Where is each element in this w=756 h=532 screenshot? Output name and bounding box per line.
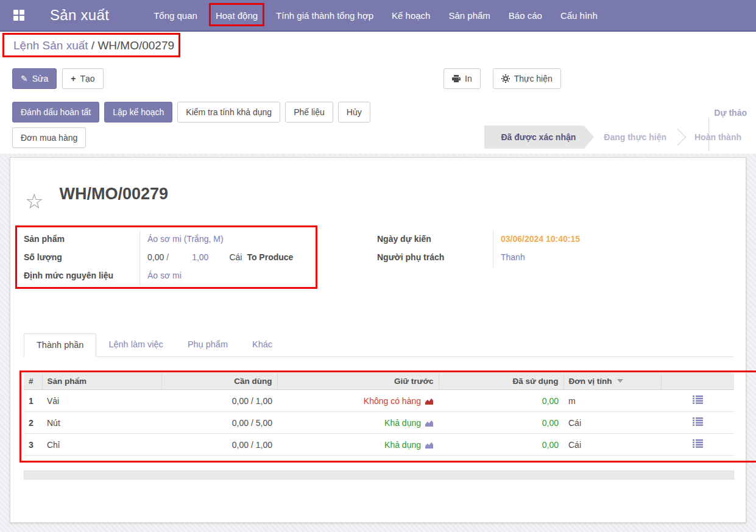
quantity-separator: / [166, 252, 169, 262]
quantity-produced: 0,00 [147, 252, 164, 262]
row-reserved: Khả dụng [277, 412, 439, 434]
edit-create-row: ✎ Sửa + Tạo [12, 68, 104, 89]
cancel-button[interactable]: Hủy [338, 102, 370, 122]
field-responsible-value[interactable]: Thanh [501, 252, 525, 262]
form-view-background: ☆ WH/MO/00279 Sản phẩm Áo sơ mi (Trắng, … [0, 154, 756, 532]
nav-menu: Tổng quan Hoạt động Tính giá thành tổng … [144, 1, 607, 30]
favorite-star-icon[interactable]: ☆ [25, 191, 43, 211]
field-scheduled-date-value: 03/06/2024 10:40:15 [501, 234, 580, 244]
row-reserved: Khả dụng [277, 434, 439, 456]
check-availability-button[interactable]: Kiểm tra tính khả dụng [177, 102, 280, 122]
plan-button[interactable]: Lập kế hoạch [104, 102, 172, 122]
row-consumed: 0,00 [439, 434, 563, 456]
empty-footer-bar [24, 470, 734, 480]
purchase-orders-button[interactable]: Đơn mua hàng [12, 127, 86, 148]
tab-lenh-lam-viec[interactable]: Lệnh làm việc [96, 333, 175, 356]
quantity-planned[interactable]: 1,00 [192, 252, 208, 262]
field-scheduled-date-label: Ngày dự kiến [377, 231, 493, 249]
nav-item-tong-quan[interactable]: Tổng quan [144, 1, 207, 30]
row-index: 3 [24, 434, 42, 456]
apps-grid-icon[interactable] [13, 10, 24, 21]
field-product-label: Sản phẩm [24, 231, 140, 249]
forecast-chart-icon[interactable] [425, 419, 434, 427]
nav-item-tinh-gia-thanh[interactable]: Tính giá thành tổng hợp [267, 1, 383, 30]
field-groups: Sản phẩm Áo sơ mi (Trắng, M) Số lượng 0,… [24, 231, 733, 305]
move-lines-list-icon[interactable] [693, 439, 703, 450]
tab-thanh-phan[interactable]: Thành phần [24, 333, 96, 357]
nav-item-bao-cao[interactable]: Báo cáo [500, 1, 551, 30]
col-header-consumed[interactable]: Đã sử dụng [439, 373, 563, 390]
row-consumed: 0,00 [439, 412, 563, 434]
field-group-right: Ngày dự kiến 03/06/2024 10:40:15 Người p… [377, 231, 718, 268]
tab-phu-pham[interactable]: Phụ phẩm [175, 333, 240, 356]
forecast-chart-icon[interactable] [425, 397, 434, 405]
notebook-tabs: Thành phần Lệnh làm việc Phụ phẩm Khác [24, 333, 733, 357]
field-bom-label: Định mức nguyên liệu [24, 268, 140, 286]
breadcrumb-parent[interactable]: Lệnh Sản xuất [13, 39, 88, 52]
sort-caret-icon [617, 379, 623, 383]
row-reserved: Không có hàng [277, 390, 439, 412]
row-uom: m [563, 390, 661, 412]
mark-done-button[interactable]: Đánh dấu hoàn tất [12, 102, 99, 122]
printer-icon [452, 75, 461, 83]
table-row[interactable]: 2 Nút 0,00 / 5,00 Khả dụng 0,00 Cái [24, 412, 734, 434]
row-index: 1 [24, 390, 42, 412]
statusbar-step-draft[interactable]: Dự thảo [708, 105, 753, 120]
gear-icon [501, 74, 510, 83]
field-group-left: Sản phẩm Áo sơ mi (Trắng, M) Số lượng 0,… [24, 231, 309, 286]
col-header-reserved[interactable]: Giữ trước [277, 373, 439, 390]
create-button[interactable]: + Tạo [62, 68, 103, 89]
field-bom-value[interactable]: Áo sơ mi [147, 271, 182, 280]
move-lines-list-icon[interactable] [693, 417, 703, 428]
row-uom: Cái [563, 434, 661, 456]
field-quantity: Số lượng 0,00/1,00CáiTo Produce [24, 249, 309, 268]
row-product: Nút [42, 412, 161, 434]
col-header-uom[interactable]: Đơn vị tính [563, 373, 661, 390]
nav-item-cau-hinh[interactable]: Cấu hình [551, 1, 607, 30]
field-product-value[interactable]: Áo sơ mi (Trắng, M) [147, 234, 224, 244]
field-product: Sản phẩm Áo sơ mi (Trắng, M) [24, 231, 309, 249]
statusbar-step-done[interactable]: Hoàn thành [685, 126, 751, 149]
breadcrumb-separator: / [88, 39, 98, 52]
table-header-row: # Sản phẩm Cần dùng Giữ trước Đã sử dụng… [24, 373, 734, 390]
components-table: # Sản phẩm Cần dùng Giữ trước Đã sử dụng… [24, 373, 734, 456]
plus-icon: + [71, 73, 76, 84]
breadcrumb: Lệnh Sản xuất / WH/MO/00279 [12, 39, 175, 52]
action-menu-button[interactable]: Thực hiện [493, 68, 561, 89]
row-product: Vải [42, 390, 161, 412]
to-produce-label: To Produce [247, 252, 293, 262]
col-header-index[interactable]: # [24, 373, 42, 390]
col-header-product[interactable]: Sản phẩm [42, 373, 161, 390]
print-button[interactable]: In [443, 68, 481, 89]
statusbar-step-in-progress[interactable]: Đang thực hiện [594, 126, 676, 149]
row-uom: Cái [563, 412, 661, 434]
status-buttons-row-1: Đánh dấu hoàn tất Lập kế hoạch Kiểm tra … [12, 102, 370, 122]
statusbar-step-confirmed[interactable]: Đã được xác nhận [484, 126, 595, 149]
field-scheduled-date: Ngày dự kiến 03/06/2024 10:40:15 [377, 231, 718, 249]
components-table-wrap: # Sản phẩm Cần dùng Giữ trước Đã sử dụng… [24, 373, 733, 456]
edit-button[interactable]: ✎ Sửa [12, 68, 57, 89]
status-buttons-row-2: Đơn mua hàng [12, 127, 86, 148]
row-to-consume: 0,00 / 5,00 [161, 412, 277, 434]
move-lines-list-icon[interactable] [693, 395, 703, 406]
nav-item-hoat-dong[interactable]: Hoạt động [207, 1, 267, 30]
page-title: WH/MO/00279 [59, 185, 168, 204]
table-row[interactable]: 3 Chỉ 0,00 / 1,00 Khả dụng 0,00 Cái [24, 434, 734, 456]
row-to-consume: 0,00 / 1,00 [161, 390, 277, 412]
table-row[interactable]: 1 Vải 0,00 / 1,00 Không có hàng 0,00 m [24, 390, 734, 412]
print-action-row: In Thực hiện [443, 68, 561, 89]
nav-item-san-pham[interactable]: Sản phẩm [439, 1, 499, 30]
row-to-consume: 0,00 / 1,00 [161, 434, 277, 456]
nav-item-ke-hoach[interactable]: Kế hoạch [383, 1, 439, 30]
quantity-uom: Cái [229, 252, 242, 262]
col-header-to-consume[interactable]: Cần dùng [161, 373, 277, 390]
app-title: Sản xuất [50, 7, 109, 24]
field-quantity-label: Số lượng [24, 249, 140, 268]
col-header-actions [661, 373, 734, 390]
breadcrumb-current: WH/MO/00279 [97, 39, 174, 52]
statusbar: Đã được xác nhận Đang thực hiện Hoàn thà… [484, 125, 752, 149]
forecast-chart-icon[interactable] [425, 441, 434, 449]
tab-khac[interactable]: Khác [240, 333, 284, 356]
scrap-button[interactable]: Phế liệu [285, 102, 333, 122]
form-sheet: ☆ WH/MO/00279 Sản phẩm Áo sơ mi (Trắng, … [10, 157, 746, 523]
